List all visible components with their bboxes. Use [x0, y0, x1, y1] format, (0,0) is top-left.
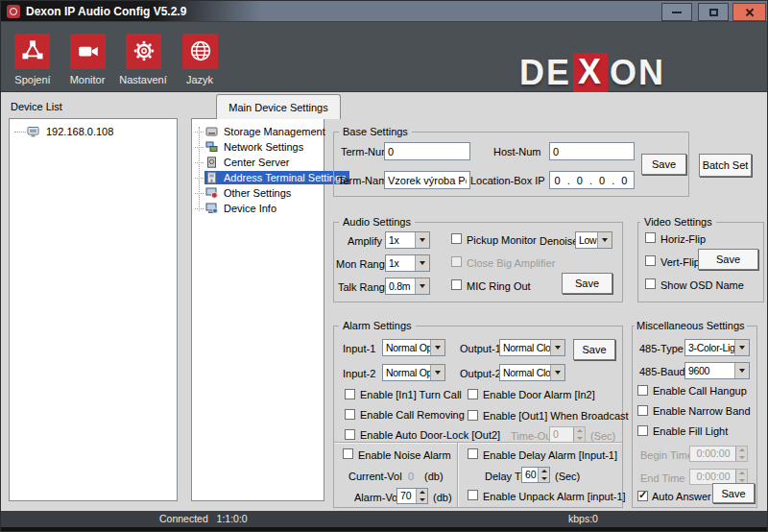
show-osd-name-checkbox[interactable] — [645, 278, 656, 289]
tree-item-label[interactable]: Address Terminal Settings — [221, 171, 349, 184]
audio-save-button[interactable]: Save — [562, 273, 612, 294]
tree-item-label[interactable]: Device Info — [221, 202, 279, 215]
tree-item-storage-management[interactable]: Storage Management — [195, 124, 328, 139]
enable-delay-alarm-label[interactable]: Enable Delay Alarm [Input-1] — [483, 449, 617, 461]
show-osd-name-label[interactable]: Show OSD Name — [660, 279, 744, 291]
enable-door-alarm-label[interactable]: Enable Door Alarm [In2] — [483, 389, 595, 400]
video-save-button[interactable]: Save — [698, 249, 758, 270]
enable-narrow-band-label[interactable]: Enable Narrow Band — [653, 405, 751, 417]
chevron-down-icon[interactable] — [415, 232, 429, 248]
location-box-ip-field[interactable] — [549, 171, 635, 189]
horiz-flip-label[interactable]: Horiz-Flip — [660, 233, 706, 245]
tree-item-label[interactable]: Network Settings — [221, 140, 306, 154]
device-list-item-label[interactable]: 192.168.0.108 — [44, 125, 115, 138]
spin-down-icon[interactable] — [417, 496, 427, 504]
auto-answer-label[interactable]: Auto Answer — [652, 491, 711, 502]
spin-down-icon — [574, 435, 585, 443]
enable-call-removing-label[interactable]: Enable Call Removing — [360, 409, 465, 421]
tree-item-network-settings[interactable]: Network Settings — [195, 139, 306, 155]
enable-delay-alarm-checkbox[interactable] — [468, 448, 478, 459]
enable-door-alarm-checkbox[interactable] — [468, 389, 478, 399]
chevron-down-icon[interactable] — [550, 365, 564, 380]
mic-ring-out-label[interactable]: MIC Ring Out — [467, 280, 531, 292]
tree-item-address-terminal-settings[interactable]: Address Terminal Settings — [195, 170, 349, 185]
rs485-type-select[interactable]: 3-Color-Light — [684, 339, 750, 356]
tool-label-language[interactable]: Jazyk — [168, 74, 231, 85]
tool-button-language[interactable] — [182, 34, 218, 69]
output2-select[interactable]: Normal Close — [499, 364, 565, 381]
vert-flip-label[interactable]: Vert-Flip — [660, 256, 700, 268]
chevron-down-icon[interactable] — [550, 340, 564, 355]
spin-up-icon[interactable] — [539, 468, 549, 475]
enable-unpack-alarm-checkbox[interactable] — [468, 490, 478, 500]
enable-out1-broadcast-label[interactable]: Enable [Out1] When Broadcast — [483, 410, 629, 422]
input2-select[interactable]: Normal Open — [382, 364, 445, 381]
chevron-down-icon[interactable] — [430, 365, 444, 380]
term-num-field[interactable] — [384, 142, 470, 160]
tree-item-device-info[interactable]: Device Info — [195, 201, 279, 216]
enable-in1-turn-call-checkbox[interactable] — [345, 389, 355, 399]
alarm-save-button[interactable]: Save — [573, 339, 615, 360]
enable-out1-broadcast-checkbox[interactable] — [468, 410, 478, 421]
batch-set-button[interactable]: Batch Set — [699, 154, 752, 177]
output1-select[interactable]: Normal Close — [499, 339, 565, 356]
denoise-select[interactable]: Low — [575, 231, 612, 249]
spin-up-icon[interactable] — [417, 489, 427, 496]
enable-call-removing-checkbox[interactable] — [345, 409, 355, 420]
spin-down-icon — [736, 454, 747, 462]
chevron-down-icon[interactable] — [734, 363, 749, 378]
vert-flip-checkbox[interactable] — [645, 255, 656, 266]
talk-range-select[interactable]: 0.8m — [385, 278, 430, 295]
pickup-monitor-checkbox[interactable] — [451, 233, 462, 244]
enable-fill-light-checkbox[interactable] — [637, 425, 648, 436]
enable-fill-light-label[interactable]: Enable Fill Light — [653, 425, 728, 437]
host-num-field[interactable] — [549, 142, 635, 160]
enable-unpack-alarm-label[interactable]: Enable Unpack Alarm [input-1] — [483, 491, 626, 502]
spin-down-icon[interactable] — [539, 475, 549, 483]
enable-noise-alarm-checkbox[interactable] — [343, 448, 353, 459]
rs485-baud-select[interactable]: 9600 — [684, 362, 750, 379]
tab-main-device-settings[interactable]: Main Device Settings — [216, 94, 341, 119]
tree-item-label[interactable]: Storage Management — [221, 125, 328, 138]
pickup-monitor-label[interactable]: Pickup Monitor — [467, 234, 537, 246]
chevron-down-icon[interactable] — [734, 340, 749, 355]
auto-answer-checkbox[interactable] — [637, 491, 648, 501]
tool-button-settings[interactable] — [126, 34, 161, 69]
enable-call-hangup-checkbox[interactable] — [637, 385, 648, 396]
tree-item-label[interactable]: Other Settings — [221, 186, 294, 200]
tool-label-monitor[interactable]: Monitor — [56, 74, 119, 85]
delay-time-spinner[interactable]: 60 — [521, 467, 550, 483]
chevron-down-icon[interactable] — [430, 340, 444, 355]
chevron-down-icon[interactable] — [597, 232, 612, 248]
enable-auto-door-lock-label[interactable]: Enable Auto Door-Lock [Out2] — [360, 429, 500, 441]
device-list-item[interactable]: 192.168.0.108 — [14, 125, 115, 138]
enable-auto-door-lock-checkbox[interactable] — [345, 429, 355, 440]
amplify-select[interactable]: 1x — [385, 231, 430, 249]
tree-item-other-settings[interactable]: Other Settings — [195, 185, 294, 201]
input1-select[interactable]: Normal Open — [382, 339, 445, 356]
misc-save-button[interactable]: Save — [712, 483, 755, 503]
tree-item-label[interactable]: Center Server — [221, 156, 292, 169]
network-icon — [20, 38, 45, 65]
enable-call-hangup-label[interactable]: Enable Call Hangup — [653, 385, 747, 397]
device-list[interactable]: 192.168.0.108 — [9, 118, 178, 501]
base-save-button[interactable]: Save — [641, 154, 686, 175]
settings-tree[interactable]: Storage Management Network Settings Cent… — [191, 118, 324, 501]
enable-noise-alarm-label[interactable]: Enable Noise Alarm — [358, 449, 451, 461]
enable-in1-turn-call-label[interactable]: Enable [In1] Turn Call — [360, 389, 462, 400]
alarm-vol-spinner[interactable]: 70 — [396, 488, 428, 504]
chevron-down-icon[interactable] — [415, 255, 429, 271]
maximize-button[interactable] — [698, 3, 729, 21]
enable-narrow-band-checkbox[interactable] — [637, 405, 648, 416]
chevron-down-icon[interactable] — [415, 278, 429, 294]
minimize-button[interactable] — [661, 3, 692, 21]
horiz-flip-checkbox[interactable] — [645, 232, 656, 243]
mic-ring-out-checkbox[interactable] — [451, 279, 462, 290]
tool-label-language-settings[interactable]: Nastavení — [111, 74, 175, 85]
close-button[interactable] — [732, 3, 766, 21]
tool-button-connection[interactable] — [14, 34, 50, 69]
tool-button-monitor[interactable] — [70, 34, 106, 69]
term-name-field[interactable] — [384, 171, 470, 189]
tree-item-center-server[interactable]: Center Server — [195, 155, 292, 170]
mon-range-select[interactable]: 1x — [385, 254, 430, 272]
